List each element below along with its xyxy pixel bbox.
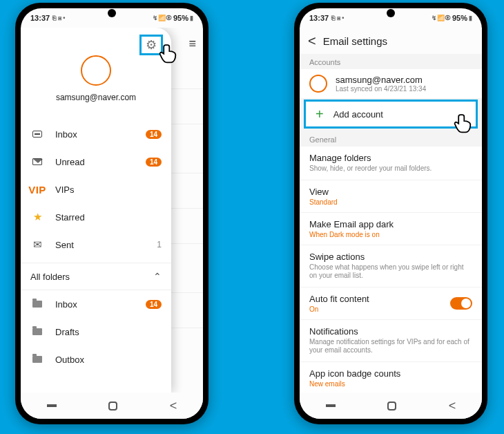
folder-icon [30, 301, 44, 308]
row-badge[interactable]: App icon badge counts New emails [300, 362, 482, 393]
page-title: Email settings [323, 35, 387, 47]
screen: 13:37 ⎘ ▣ • ↯📶⦿ 95% ▮ ≡ SaOurDis SaOurDi… [21, 8, 203, 419]
phone-right: 13:37 ⎘ ▣ • ↯📶⦿ 95% ▮ < Email settings A… [294, 3, 487, 424]
folder-starred[interactable]: ★ Starred [21, 203, 171, 231]
nav-back[interactable]: < [449, 399, 456, 413]
subfolder-inbox[interactable]: Inbox 14 [21, 290, 171, 318]
star-icon: ★ [30, 211, 44, 223]
tap-pointer-icon [454, 110, 478, 135]
nav-back[interactable]: < [170, 399, 177, 413]
folder-count: 1 [157, 240, 162, 249]
chevron-up-icon: ⌃ [153, 271, 162, 282]
battery-icon: ▮ [469, 15, 472, 21]
autofit-toggle[interactable] [450, 297, 472, 310]
add-account-label: Add account [333, 109, 383, 120]
account-email: samsung@naver.com [336, 75, 426, 85]
row-title: Notifications [309, 326, 472, 337]
camera-hole [108, 9, 116, 17]
row-value: Standard [309, 198, 472, 206]
back-icon[interactable]: < [308, 33, 316, 49]
folder-label: Unread [55, 157, 146, 167]
sent-icon: ✉ [30, 238, 44, 251]
status-icons: ↯📶⦿ [432, 15, 451, 21]
gear-icon: ⚙ [146, 37, 157, 53]
subfolder-drafts[interactable]: Drafts [21, 318, 171, 346]
nav-recent[interactable] [326, 404, 336, 407]
folder-label: Drafts [55, 327, 162, 337]
status-battery: 95% [452, 14, 467, 22]
folder-label: Sent [55, 240, 157, 250]
row-sub: Show, hide, or reorder your mail folders… [309, 164, 472, 173]
folder-label: VIPs [55, 185, 162, 195]
row-title: Manage folders [309, 153, 472, 163]
inbox-icon [30, 131, 44, 138]
row-autofit[interactable]: Auto fit content On [300, 287, 482, 320]
account-email: samsung@naver.com [56, 93, 136, 102]
folder-sent[interactable]: ✉ Sent 1 [21, 231, 171, 258]
account-avatar[interactable] [81, 55, 111, 86]
hamburger-icon[interactable]: ≡ [188, 37, 196, 51]
account-row[interactable]: samsung@naver.com Last synced on 4/23/21… [300, 69, 482, 98]
unread-badge: 14 [146, 130, 162, 139]
folder-label: Starred [55, 212, 162, 223]
folder-label: Outbox [55, 355, 162, 365]
row-dark[interactable]: Make Email app dark When Dark mode is on [300, 213, 482, 245]
screen: 13:37 ⎘ ▣ • ↯📶⦿ 95% ▮ < Email settings A… [300, 8, 482, 419]
row-sub: Manage notification settings for VIPs an… [309, 338, 472, 355]
row-title: Auto fit content [309, 294, 450, 304]
row-value: New emails [309, 380, 472, 388]
account-synced: Last synced on 4/23/21 13:34 [336, 85, 426, 93]
status-indicator-icon: ⎘ ▣ • [52, 15, 65, 21]
mail-icon [30, 158, 44, 165]
nav-drawer: ⚙ samsung@naver.com Inbox 14 Unread [21, 28, 171, 393]
nav-home[interactable] [387, 402, 396, 411]
folder-inbox[interactable]: Inbox 14 [21, 120, 171, 148]
row-sub: Choose what happens when you swipe left … [309, 263, 472, 281]
status-time: 13:37 [309, 14, 329, 22]
folder-label: Inbox [55, 129, 146, 140]
folder-vips[interactable]: VIP VIPs [21, 176, 171, 203]
plus-icon: + [316, 106, 324, 122]
row-notifications[interactable]: Notifications Manage notification settin… [300, 320, 482, 362]
folder-icon [30, 356, 44, 363]
android-navbar: < [300, 393, 482, 419]
unread-badge: 14 [146, 158, 162, 167]
row-title: Make Email app dark [309, 219, 472, 229]
folder-label: Inbox [55, 299, 146, 310]
row-value: When Dark mode is on [309, 231, 472, 238]
all-folders-label: All folders [30, 272, 153, 282]
vip-icon: VIP [30, 184, 44, 196]
phone-left: 13:37 ⎘ ▣ • ↯📶⦿ 95% ▮ ≡ SaOurDis SaOurDi… [15, 3, 209, 424]
camera-hole [387, 9, 395, 17]
nav-recent[interactable] [47, 404, 57, 407]
status-battery: 95% [173, 14, 188, 22]
android-navbar: < [21, 393, 203, 419]
row-view[interactable]: View Standard [300, 180, 482, 213]
row-title: App icon badge counts [309, 368, 472, 379]
tap-pointer-icon [159, 40, 184, 65]
account-avatar-icon [309, 75, 327, 93]
row-title: View [309, 187, 472, 197]
status-time: 13:37 [30, 14, 50, 22]
subfolder-outbox[interactable]: Outbox [21, 346, 171, 373]
row-manage-folders[interactable]: Manage folders Show, hide, or reorder yo… [300, 147, 482, 180]
all-folders-toggle[interactable]: All folders ⌃ [21, 263, 171, 290]
folder-unread[interactable]: Unread 14 [21, 148, 171, 176]
unread-badge: 14 [146, 300, 162, 309]
nav-home[interactable] [108, 402, 117, 411]
folder-icon [30, 328, 44, 335]
battery-icon: ▮ [190, 15, 193, 21]
row-title: Swipe actions [309, 252, 472, 262]
row-value: On [309, 305, 450, 313]
status-icons: ↯📶⦿ [153, 15, 172, 21]
add-account-button[interactable]: + Add account [304, 100, 478, 129]
row-swipe[interactable]: Swipe actions Choose what happens when y… [300, 245, 482, 287]
status-indicator-icon: ⎘ ▣ • [331, 15, 344, 21]
section-accounts: Accounts [300, 54, 482, 69]
